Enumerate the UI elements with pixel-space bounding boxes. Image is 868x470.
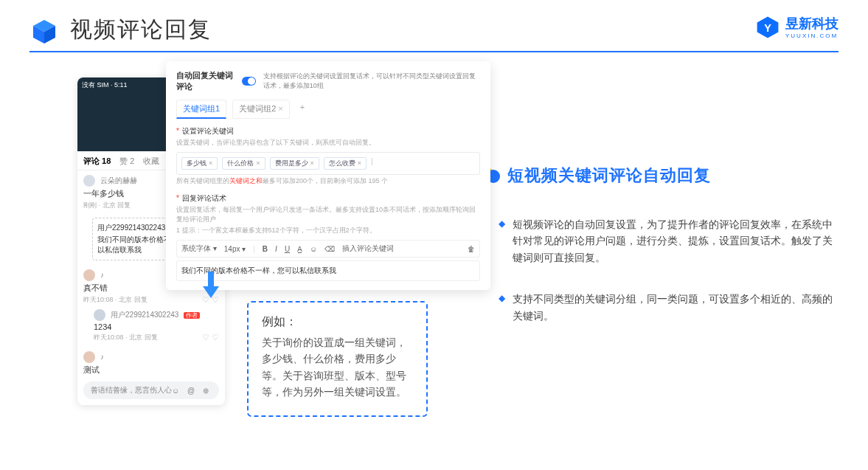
- bullet-text: 支持不同类型的关键词分组，同一类问题，可设置多个相近的、高频的关键词。: [513, 291, 839, 324]
- brand-logo: Y 昱新科技 YUUXIN.COM: [756, 15, 839, 39]
- keyword-chips[interactable]: 多少钱× 什么价格× 费用是多少× 怎么收费× |: [176, 152, 480, 175]
- input-placeholder: 善语结善缘，恶言伤人心: [91, 385, 172, 395]
- section-label: 回复评论话术: [176, 193, 480, 204]
- avatar: [83, 269, 95, 281]
- svg-rect-7: [208, 272, 214, 286]
- reply-user: 用户2299214302243: [111, 311, 178, 319]
- keyword-chip[interactable]: 怎么收费×: [324, 157, 367, 170]
- keyword-chip[interactable]: 多少钱×: [181, 157, 218, 170]
- emoji-button[interactable]: ☺: [310, 245, 317, 253]
- section-hint: 设置回复话术，每回复一个用户评论只发送一条话术。最多支持设置10条不同话术，按添…: [176, 205, 480, 224]
- comment-user: 云朵的赫赫: [100, 176, 137, 184]
- reply-body: 1234: [94, 322, 219, 331]
- underline-button[interactable]: U: [285, 245, 290, 253]
- brand-name: 昱新科技: [785, 15, 839, 32]
- comment-user: ♪: [100, 353, 104, 361]
- tab-likes[interactable]: 赞 2: [119, 156, 134, 167]
- keyword-chip[interactable]: 费用是多少×: [270, 157, 319, 170]
- brand-sub: YUUXIN.COM: [785, 32, 839, 39]
- comment-meta: 昨天10:08 · 北京 回复 ♡ ♡: [94, 333, 219, 342]
- quota-hint: 所有关键词组里的关键词之和最多可添加200个，目前剩余可添加 195 个: [176, 176, 480, 186]
- comment-body: 测试: [83, 364, 219, 376]
- svg-marker-8: [203, 286, 219, 298]
- brand-icon: Y: [756, 15, 780, 39]
- section-label: 设置评论关键词: [176, 126, 480, 136]
- editor-toolbar: 系统字体 ▾ 14px ▾ | B I U A̲ ☺ ⌫ 插入评论关键词 🗑: [176, 240, 480, 258]
- phone-status: 没有 SIM · 5:11: [82, 81, 128, 89]
- arrow-down-icon: [203, 272, 219, 298]
- diamond-icon: ◆: [499, 218, 505, 266]
- keyword-group-tab[interactable]: 关键词组1: [176, 100, 226, 119]
- bold-button[interactable]: B: [263, 245, 268, 253]
- italic-button[interactable]: I: [275, 245, 277, 253]
- avatar: [83, 351, 95, 363]
- delete-icon[interactable]: 🗑: [468, 245, 475, 253]
- editor-body[interactable]: 我们不同的版本价格不一样，您可以私信联系我: [176, 260, 480, 281]
- section-hint: 设置关键词，当评论里内容包含了以下关键词，则系统可自动回复。: [176, 138, 480, 148]
- add-group-button[interactable]: +: [296, 100, 309, 119]
- section-tip: 1 提示：一个富文本框最多支持512个字符，一个汉字占用2个字符。: [176, 226, 480, 235]
- toggle-switch[interactable]: [242, 77, 256, 86]
- font-select[interactable]: 系统字体 ▾: [181, 243, 217, 254]
- keyword-group-tab[interactable]: 关键词组2 ×: [232, 100, 290, 119]
- keyword-chip[interactable]: 什么价格×: [222, 157, 265, 170]
- comment-meta: 昨天10:08 · 北京 回复 ♡ ♡: [83, 295, 219, 305]
- avatar: [94, 309, 105, 321]
- panel-desc: 支持根据评论的关键词设置回复话术，可以针对不同类型关键词设置回复话术，最多添加1…: [263, 72, 480, 91]
- cube-icon: [29, 15, 59, 45]
- example-body: 关于询价的设置成一组关键词，多少钱、什么价格，费用多少等。关于咨询班型、版本、型…: [262, 334, 413, 401]
- comment-input[interactable]: 善语结善缘，恶言伤人心 ☺ @ ⊕: [83, 381, 219, 399]
- reply-user: 用户2299214302243: [97, 224, 165, 232]
- example-box: 例如： 关于询价的设置成一组关键词，多少钱、什么价格，费用多少等。关于咨询班型、…: [247, 301, 428, 417]
- example-title: 例如：: [262, 314, 413, 330]
- panel-title: 自动回复关键词评论: [176, 70, 235, 92]
- diamond-icon: ◆: [499, 293, 505, 324]
- insert-keyword-button[interactable]: 插入评论关键词: [342, 243, 394, 254]
- settings-panel: 自动回复关键词评论 支持根据评论的关键词设置回复话术，可以针对不同类型关键词设置…: [166, 61, 490, 290]
- like-icons[interactable]: ♡ ♡: [202, 333, 219, 342]
- clear-button[interactable]: ⌫: [324, 245, 335, 253]
- author-tag: 作者: [184, 312, 200, 319]
- size-select[interactable]: 14px ▾: [224, 245, 246, 253]
- tab-fav[interactable]: 收藏: [143, 156, 159, 167]
- section-subtitle: 短视频关键词评论自动回复: [507, 165, 711, 187]
- bullet-text: 短视频评论的自动回复设置，为了提升作者的评论回复效率，在系统中针对常见的评论用户…: [513, 216, 839, 266]
- comment-item: ♪ 测试: [77, 347, 225, 376]
- header-divider: [29, 51, 839, 52]
- input-icons[interactable]: ☺ @ ⊕: [172, 387, 212, 395]
- comment-user: ♪: [100, 271, 104, 279]
- tab-comments[interactable]: 评论 18: [83, 156, 111, 167]
- svg-text:Y: Y: [764, 21, 771, 33]
- page-title: 视频评论回复: [70, 15, 212, 45]
- avatar: [83, 175, 95, 187]
- color-button[interactable]: A̲: [297, 245, 302, 253]
